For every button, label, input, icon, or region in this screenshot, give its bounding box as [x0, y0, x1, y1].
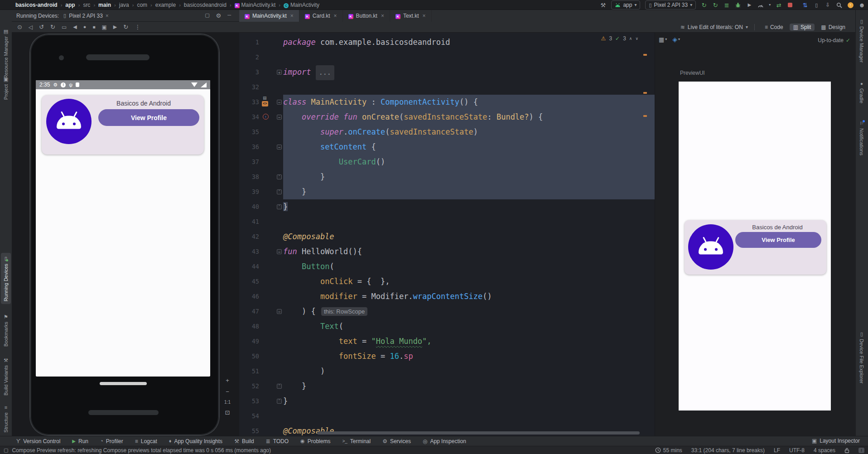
- code-text[interactable]: onClick = { },: [283, 274, 655, 289]
- code-line[interactable]: 45 onClick = { },: [239, 274, 655, 289]
- code-line[interactable]: 46 modifier = Modifier.wrapContentSize(): [239, 289, 655, 304]
- apply-code-changes-icon[interactable]: ≣: [723, 1, 730, 9]
- code-line[interactable]: 43−fun HelloWorld(){: [239, 244, 655, 259]
- sidebar-item-bookmarks[interactable]: ⚑Bookmarks: [1, 312, 11, 349]
- run-configuration-select[interactable]: app ▾: [611, 0, 640, 10]
- code-line[interactable]: 52ˆ }: [239, 379, 655, 394]
- sidebar-item-structure[interactable]: ≡Structure: [1, 402, 11, 435]
- code-text[interactable]: }: [283, 169, 655, 184]
- error-stripe-mark[interactable]: [643, 115, 647, 117]
- sidebar-item-running-devices[interactable]: ▯Running Devices: [1, 253, 11, 304]
- code-text[interactable]: }: [283, 394, 655, 409]
- record-icon[interactable]: ▶: [113, 24, 117, 29]
- breadcrumb-item[interactable]: app: [65, 2, 75, 8]
- sidebar-item-build-variants[interactable]: ⚒Build Variants: [1, 355, 11, 398]
- fold-marker-icon[interactable]: ˆ: [277, 384, 282, 389]
- view-profile-button[interactable]: View Profile: [98, 109, 199, 126]
- device-select[interactable]: ▯ Pixel 2 API 33 ▾: [645, 0, 696, 10]
- fold-marker-icon[interactable]: ˆ: [277, 174, 282, 179]
- code-text[interactable]: }: [283, 184, 655, 199]
- code-text[interactable]: fontSize = 16.sp: [283, 349, 655, 364]
- folded-imports-chip[interactable]: ...: [316, 65, 334, 80]
- minimize-icon[interactable]: ─: [227, 13, 231, 19]
- breadcrumb-item[interactable]: basicosdeandroid: [184, 2, 227, 8]
- zoom-actual-button[interactable]: 1:1: [224, 400, 231, 405]
- breadcrumb-item[interactable]: example: [155, 2, 176, 8]
- tool-window-button-app-inspection[interactable]: ◎App Inspection: [423, 438, 466, 444]
- mode-code-button[interactable]: ≡Code: [761, 24, 787, 31]
- breadcrumb-item[interactable]: src: [83, 2, 90, 8]
- fold-marker-icon[interactable]: −: [277, 115, 282, 120]
- view-profile-button[interactable]: View Profile: [735, 232, 821, 248]
- line-number[interactable]: 2: [239, 50, 259, 65]
- sidebar-item-device-manager[interactable]: ▯Device Manager: [857, 16, 867, 65]
- code-text[interactable]: class MainActivity : ComponentActivity()…: [283, 95, 655, 110]
- code-text[interactable]: modifier = Modifier.wrapContentSize(): [283, 289, 655, 304]
- fold-marker-icon[interactable]: ˆ: [277, 204, 282, 209]
- status-item[interactable]: UTF-8: [789, 447, 805, 454]
- code-line[interactable]: 39ˆ }: [239, 184, 655, 199]
- fold-marker-icon[interactable]: +: [277, 70, 282, 75]
- preview-layout-icon[interactable]: ▦▾: [659, 37, 667, 43]
- code-text[interactable]: }: [283, 379, 655, 394]
- code-text[interactable]: super.onCreate(savedInstanceState): [283, 125, 655, 140]
- update-icon[interactable]: ↑: [847, 1, 854, 9]
- error-stripe-mark[interactable]: [643, 92, 647, 94]
- code-text[interactable]: package com.example.basicosdeandroid: [283, 35, 655, 50]
- device-manager-icon[interactable]: ▯: [813, 1, 820, 9]
- live-edit-toggle[interactable]: ≋ Live Edit of literals: ON ▾: [680, 24, 748, 30]
- line-number[interactable]: 45: [239, 274, 259, 289]
- code-line[interactable]: 37 UserCard(): [239, 155, 655, 169]
- sidebar-item-resource-manager[interactable]: ▤Resource Manager: [1, 26, 11, 82]
- line-number[interactable]: 43: [239, 244, 259, 259]
- code-text[interactable]: [283, 409, 655, 424]
- line-number[interactable]: 55: [239, 424, 259, 436]
- mode-split-button[interactable]: ▥Split: [790, 24, 815, 31]
- tab-text[interactable]: KText.kt×: [390, 10, 432, 22]
- stop-icon[interactable]: [787, 1, 793, 9]
- line-number[interactable]: 51: [239, 364, 259, 379]
- code-line[interactable]: 44 Button(: [239, 259, 655, 274]
- close-icon[interactable]: ×: [423, 13, 426, 19]
- line-number[interactable]: 3: [239, 65, 259, 80]
- line-number[interactable]: 47: [239, 304, 259, 319]
- float-window-icon[interactable]: ▢: [205, 13, 209, 19]
- code-line[interactable]: 38ˆ }: [239, 169, 655, 184]
- code-line[interactable]: 40ˆ}: [239, 199, 655, 214]
- line-number[interactable]: 48: [239, 319, 259, 334]
- line-number[interactable]: 36: [239, 140, 259, 155]
- breadcrumb-item[interactable]: main: [98, 2, 111, 8]
- line-number[interactable]: 53: [239, 394, 259, 409]
- code-line[interactable]: 32: [239, 80, 655, 95]
- fold-marker-icon[interactable]: ˆ: [277, 189, 282, 194]
- device-tab[interactable]: ▯ Pixel 2 API 33 ×: [63, 13, 109, 19]
- tool-window-button-problems[interactable]: ◉Problems: [300, 438, 330, 444]
- code-text[interactable]: Button(: [283, 259, 655, 274]
- screenshot-icon[interactable]: ▣: [101, 24, 106, 30]
- code-text[interactable]: [283, 80, 655, 95]
- profiler-gauge-icon[interactable]: [757, 1, 764, 9]
- sidebar-item-gradle[interactable]: ●Gradle: [857, 79, 867, 106]
- code-line[interactable]: 47− ) { this: RowScope: [239, 304, 655, 319]
- code-text[interactable]: fun HelloWorld(){: [283, 244, 655, 259]
- sidebar-item-notifications[interactable]: ⚐Notifications: [857, 118, 867, 158]
- tool-window-button-build[interactable]: ⚒Build: [234, 438, 254, 444]
- tab-mainactivity[interactable]: KMainActivity.kt×: [239, 10, 299, 22]
- line-number[interactable]: 39: [239, 184, 259, 199]
- code-line[interactable]: 48 Text(: [239, 319, 655, 334]
- zoom-out-button[interactable]: −: [226, 388, 229, 395]
- code-line[interactable]: 51 ): [239, 364, 655, 379]
- line-number[interactable]: 52: [239, 379, 259, 394]
- fold-marker-icon[interactable]: −: [277, 145, 282, 150]
- close-icon[interactable]: ×: [334, 13, 337, 19]
- code-line[interactable]: 42@Composable: [239, 229, 655, 244]
- line-number[interactable]: 42: [239, 229, 259, 244]
- chevron-down-icon[interactable]: ∨: [635, 37, 638, 41]
- compose-gutter-icon[interactable]: <>: [262, 101, 268, 106]
- code-text[interactable]: text = "Hola Mundo",: [283, 334, 655, 349]
- code-text[interactable]: Text(: [283, 319, 655, 334]
- code-line[interactable]: 1package com.example.basicosdeandroid: [239, 35, 655, 50]
- code-line[interactable]: 50 fontSize = 16.sp: [239, 349, 655, 364]
- zoom-fit-button[interactable]: ⊡: [225, 409, 230, 416]
- rerun-icon[interactable]: ↻: [701, 1, 707, 9]
